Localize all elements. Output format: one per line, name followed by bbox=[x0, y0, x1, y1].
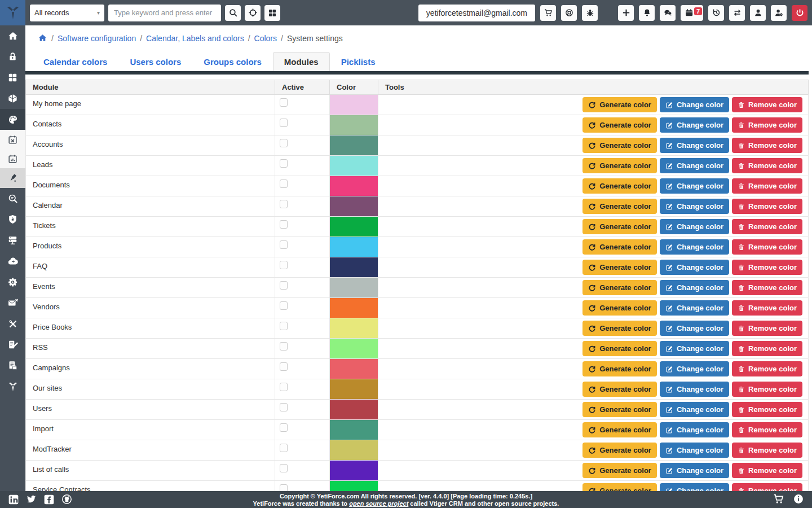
active-checkbox[interactable] bbox=[280, 200, 288, 208]
generate-color-button[interactable]: Generate color bbox=[582, 178, 657, 194]
active-checkbox[interactable] bbox=[280, 98, 288, 107]
sidebar-item-widgets[interactable] bbox=[0, 88, 25, 109]
active-checkbox[interactable] bbox=[280, 383, 288, 391]
crosshair-button[interactable] bbox=[245, 5, 261, 21]
sidebar-item-home[interactable] bbox=[0, 25, 25, 46]
sidebar-item-integration[interactable] bbox=[0, 251, 25, 271]
change-color-button[interactable]: Change color bbox=[660, 321, 729, 336]
change-color-button[interactable]: Change color bbox=[660, 178, 729, 194]
change-color-button[interactable]: Change color bbox=[660, 199, 729, 214]
switch-button[interactable] bbox=[729, 5, 745, 21]
generate-color-button[interactable]: Generate color bbox=[582, 199, 657, 214]
change-color-button[interactable]: Change color bbox=[660, 158, 729, 173]
generate-color-button[interactable]: Generate color bbox=[582, 361, 657, 376]
change-color-button[interactable]: Change color bbox=[660, 138, 729, 153]
generate-color-button[interactable]: Generate color bbox=[582, 422, 657, 437]
generate-color-button[interactable]: Generate color bbox=[582, 239, 657, 255]
generate-color-button[interactable]: Generate color bbox=[582, 280, 657, 295]
history-button[interactable] bbox=[708, 5, 724, 21]
change-color-button[interactable]: Change color bbox=[660, 402, 729, 417]
sidebar-item-logs[interactable] bbox=[0, 334, 25, 355]
remove-color-button[interactable]: Remove color bbox=[732, 178, 802, 194]
generate-color-button[interactable]: Generate color bbox=[582, 463, 657, 478]
change-color-button[interactable]: Change color bbox=[660, 463, 729, 478]
active-checkbox[interactable] bbox=[280, 220, 288, 229]
sidebar-item-search-setup[interactable] bbox=[0, 188, 25, 209]
change-color-button[interactable]: Change color bbox=[660, 422, 729, 437]
change-color-button[interactable]: Change color bbox=[660, 341, 729, 356]
active-checkbox[interactable] bbox=[280, 362, 288, 371]
remove-color-button[interactable]: Remove color bbox=[732, 402, 802, 417]
sidebar-item-modules[interactable] bbox=[0, 67, 25, 88]
bug-report-button[interactable] bbox=[582, 5, 598, 21]
generate-color-button[interactable]: Generate color bbox=[582, 158, 657, 173]
sidebar-item-permissions[interactable] bbox=[0, 209, 25, 230]
messages-button[interactable] bbox=[660, 5, 676, 21]
remove-color-button[interactable]: Remove color bbox=[732, 158, 802, 173]
generate-color-button[interactable]: Generate color bbox=[582, 443, 657, 458]
user-email[interactable]: yetiforcetestmail@gmail.com bbox=[418, 5, 535, 21]
change-color-button[interactable]: Change color bbox=[660, 300, 729, 316]
active-checkbox[interactable] bbox=[280, 119, 288, 127]
active-checkbox[interactable] bbox=[280, 464, 288, 472]
footer-cart-icon[interactable] bbox=[773, 493, 785, 507]
twitter-icon[interactable] bbox=[25, 493, 37, 507]
github-icon[interactable] bbox=[61, 493, 73, 507]
active-checkbox[interactable] bbox=[280, 261, 288, 269]
yetiforce-logo[interactable] bbox=[0, 0, 25, 25]
change-color-button[interactable]: Change color bbox=[660, 219, 729, 234]
breadcrumb-home-icon[interactable] bbox=[38, 33, 47, 43]
remove-color-button[interactable]: Remove color bbox=[732, 97, 802, 112]
profile-button[interactable] bbox=[750, 5, 766, 21]
sidebar-item-calendar-labels[interactable] bbox=[0, 149, 25, 168]
remove-color-button[interactable]: Remove color bbox=[732, 260, 802, 275]
active-checkbox[interactable] bbox=[280, 342, 288, 351]
active-checkbox[interactable] bbox=[280, 322, 288, 330]
sidebar-item-calendar-tools[interactable] bbox=[0, 130, 25, 149]
remove-color-button[interactable]: Remove color bbox=[732, 280, 802, 295]
remove-color-button[interactable]: Remove color bbox=[732, 321, 802, 336]
remove-color-button[interactable]: Remove color bbox=[732, 199, 802, 214]
search-input[interactable] bbox=[108, 5, 221, 21]
active-checkbox[interactable] bbox=[280, 281, 288, 290]
sidebar-item-colors-sub[interactable] bbox=[0, 168, 25, 188]
change-color-button[interactable]: Change color bbox=[660, 117, 729, 133]
remove-color-button[interactable]: Remove color bbox=[732, 341, 802, 356]
info-icon[interactable] bbox=[793, 493, 804, 507]
remove-color-button[interactable]: Remove color bbox=[732, 361, 802, 376]
sidebar-item-colors[interactable] bbox=[0, 109, 25, 130]
linkedin-icon[interactable] bbox=[8, 494, 19, 507]
facebook-icon[interactable] bbox=[43, 494, 55, 507]
remove-color-button[interactable]: Remove color bbox=[732, 463, 802, 478]
active-checkbox[interactable] bbox=[280, 240, 288, 249]
tab-groups-colors[interactable]: Groups colors bbox=[192, 52, 273, 71]
remove-color-button[interactable]: Remove color bbox=[732, 382, 802, 397]
support-button[interactable] bbox=[561, 5, 577, 21]
active-checkbox[interactable] bbox=[280, 423, 288, 432]
remove-color-button[interactable]: Remove color bbox=[732, 239, 802, 255]
active-checkbox[interactable] bbox=[280, 139, 288, 147]
active-checkbox[interactable] bbox=[280, 301, 288, 310]
sidebar-item-business[interactable] bbox=[0, 355, 25, 376]
quick-create-button[interactable] bbox=[618, 5, 634, 21]
generate-color-button[interactable]: Generate color bbox=[582, 402, 657, 417]
generate-color-button[interactable]: Generate color bbox=[582, 138, 657, 153]
grid-button[interactable] bbox=[264, 5, 280, 21]
remove-color-button[interactable]: Remove color bbox=[732, 219, 802, 234]
search-button[interactable] bbox=[225, 5, 241, 21]
calendar-reminders-button[interactable]: 7 bbox=[681, 5, 703, 21]
sidebar-item-security[interactable] bbox=[0, 46, 25, 67]
change-color-button[interactable]: Change color bbox=[660, 443, 729, 458]
generate-color-button[interactable]: Generate color bbox=[582, 321, 657, 336]
tab-picklists[interactable]: Picklists bbox=[330, 52, 387, 71]
logout-button[interactable] bbox=[792, 5, 807, 21]
generate-color-button[interactable]: Generate color bbox=[582, 341, 657, 356]
change-color-button[interactable]: Change color bbox=[660, 97, 729, 112]
remove-color-button[interactable]: Remove color bbox=[732, 117, 802, 133]
cart-button[interactable] bbox=[540, 5, 556, 21]
sidebar-item-tools[interactable] bbox=[0, 313, 25, 334]
sidebar-item-automation[interactable] bbox=[0, 271, 25, 292]
change-color-button[interactable]: Change color bbox=[660, 361, 729, 376]
generate-color-button[interactable]: Generate color bbox=[582, 97, 657, 112]
remove-color-button[interactable]: Remove color bbox=[732, 443, 802, 458]
